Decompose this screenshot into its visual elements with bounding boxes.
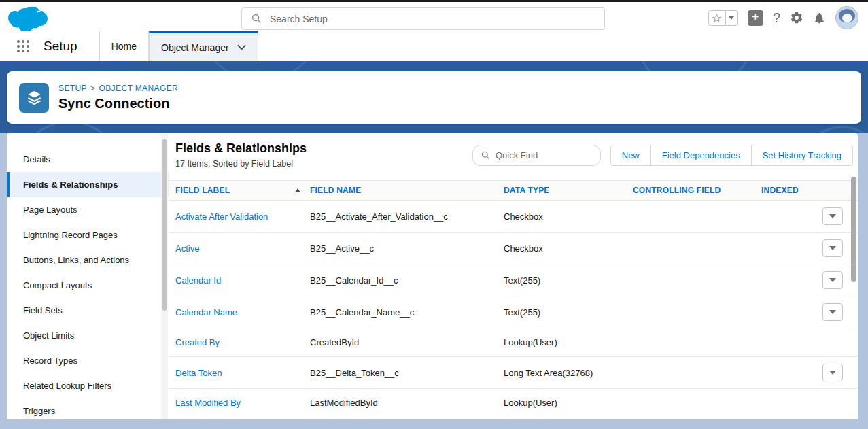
quick-create-plus-icon[interactable]: + [748,10,763,26]
favorites-star-icon[interactable] [708,10,726,26]
controlling-field-cell [633,296,761,328]
indexed-cell [761,264,822,296]
tab-home-label: Home [111,41,137,52]
sidebar-item-compact-layouts[interactable]: Compact Layouts [7,273,169,298]
quick-find-box [472,145,601,166]
table-header-row: FIELD LABELFIELD NAMEDATA TYPECONTROLLIN… [169,180,858,201]
field-label-cell: Activate After Validation [169,201,310,232]
column-header-field-name[interactable]: FIELD NAME [310,186,504,195]
sidebar-item-related-lookup-filters[interactable]: Related Lookup Filters [7,373,169,398]
sidebar-item-page-layouts[interactable]: Page Layouts [7,197,169,222]
field-label-cell: Delta Token [169,357,310,388]
caret-down-icon [829,278,836,282]
column-header-label: FIELD NAME [310,186,361,195]
indexed-cell [761,201,822,232]
caret-down-icon [829,371,836,375]
user-avatar[interactable] [835,6,858,29]
field-label-link[interactable]: Delta Token [175,368,222,378]
table-row-calendar-id: Calendar IdB25__Calendar_Id__cText(255) [169,264,858,296]
panel-button-group: New Field Dependencies Set History Track… [610,145,853,166]
row-actions-menu-button[interactable] [822,239,843,257]
row-actions-cell [822,389,858,417]
quick-find-input[interactable] [496,150,584,160]
data-type-cell-text: Long Text Area(32768) [504,368,593,378]
controlling-field-cell [633,357,761,388]
favorites-caret-icon[interactable] [726,10,738,26]
field-label-cell: Active [169,233,310,264]
column-header-indexed[interactable]: INDEXED [761,186,822,195]
row-actions-cell [822,328,858,356]
tab-object-manager[interactable]: Object Manager [149,31,258,61]
search-icon [251,14,262,24]
controlling-field-cell [633,264,761,296]
breadcrumb-object-manager-link[interactable]: OBJECT MANAGER [99,84,178,93]
setup-gear-icon[interactable] [790,11,803,24]
row-actions-menu-button[interactable] [822,207,843,225]
row-actions-cell [822,296,858,328]
row-actions-menu-button[interactable] [822,303,843,321]
sidebar-item-record-types[interactable]: Record Types [7,348,169,373]
caret-down-icon [829,214,836,218]
field-label-link[interactable]: Active [175,243,199,254]
global-search-input[interactable] [270,14,569,24]
field-label-link[interactable]: Last Modified By [175,398,241,408]
field-name-cell-text: B25__Activate_After_Validation__c [310,211,448,222]
sidebar-item-field-sets[interactable]: Field Sets [7,298,169,323]
field-label-link[interactable]: Calendar Name [175,307,237,318]
sidebar-item-triggers[interactable]: Triggers [7,398,169,419]
help-icon[interactable]: ? [773,10,780,26]
field-label-cell: Calendar Name [169,296,310,328]
data-type-cell: Checkbox [504,201,633,232]
table-row-calendar-name: Calendar NameB25__Calendar_Name__cText(2… [169,296,858,328]
column-header-field-label[interactable]: FIELD LABEL [169,186,310,195]
page-header-card: SETUP>OBJECT MANAGER Sync Connection [7,71,861,124]
data-type-cell: Checkbox [504,233,633,264]
field-label-link[interactable]: Activate After Validation [175,211,268,222]
field-name-cell-text: LastModifiedById [310,398,378,408]
breadcrumb: SETUP>OBJECT MANAGER [58,84,178,93]
notifications-bell-icon[interactable] [813,12,826,24]
column-header-data-type[interactable]: DATA TYPE [504,186,633,195]
indexed-cell [761,296,822,328]
data-type-cell-text: Text(255) [504,275,540,286]
field-name-cell-text: CreatedById [310,337,359,347]
sidebar-item-fields-relationships[interactable]: Fields & Relationships [7,172,169,197]
row-actions-menu-button[interactable] [822,364,843,381]
data-type-cell: Text(255) [504,264,633,296]
table-row-active: ActiveB25__Active__cCheckbox [169,233,858,264]
field-label-link[interactable]: Calendar Id [175,275,221,286]
column-header-label: DATA TYPE [504,186,550,195]
sidebar-item-object-limits[interactable]: Object Limits [7,323,169,348]
field-label-link[interactable]: Created By [175,337,220,347]
data-type-cell-text: Checkbox [504,243,543,254]
field-name-cell-text: B25__Active__c [310,243,374,254]
breadcrumb-setup-link[interactable]: SETUP [58,84,87,93]
indexed-cell [761,328,822,356]
app-launcher-icon[interactable] [17,40,30,53]
data-type-cell: Text(255) [504,296,633,328]
app-name-label: Setup [44,39,77,54]
sidebar-item-lightning-record-pages[interactable]: Lightning Record Pages [7,222,169,247]
global-header: + ? [0,2,868,31]
tab-home[interactable]: Home [99,31,149,61]
table-row-created-by: Created ByCreatedByIdLookup(User) [169,328,858,357]
data-type-cell: Long Text Area(32768) [504,357,633,388]
chevron-down-icon [237,44,246,50]
column-header-controlling-field[interactable]: CONTROLLING FIELD [633,186,761,195]
new-button[interactable]: New [610,145,651,166]
sidebar-item-buttons-links-and-actions[interactable]: Buttons, Links, and Actions [7,247,169,273]
table-row-last-modified-by: Last Modified ByLastModifiedByIdLookup(U… [169,389,858,417]
table-body: Activate After ValidationB25__Activate_A… [169,201,858,417]
field-name-cell: LastModifiedById [310,389,504,417]
field-dependencies-button[interactable]: Field Dependencies [651,145,752,166]
sidebar-scrollbar-thumb[interactable] [162,139,167,311]
field-name-cell-text: B25__Calendar_Name__c [310,307,414,318]
row-actions-menu-button[interactable] [822,271,843,289]
field-name-cell-text: B25__Calendar_Id__c [310,275,398,286]
set-history-tracking-button[interactable]: Set History Tracking [752,145,853,166]
data-type-cell-text: Text(255) [504,307,540,318]
controlling-field-cell [633,201,761,232]
sidebar-item-details[interactable]: Details [7,147,169,172]
table-scrollbar-thumb[interactable] [851,177,856,282]
field-name-cell: CreatedById [310,328,504,356]
